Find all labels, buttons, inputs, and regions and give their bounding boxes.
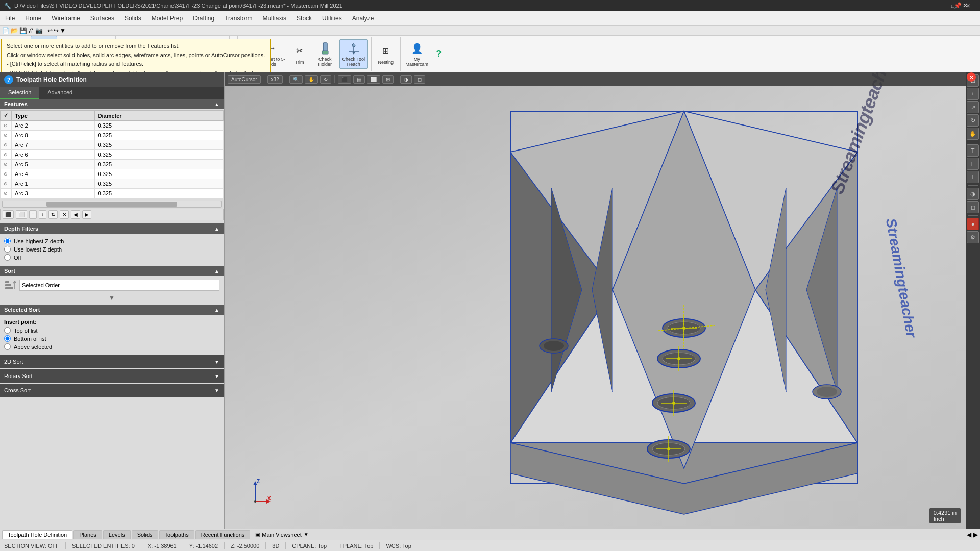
tab-levels[interactable]: Levels: [103, 530, 131, 539]
table-row[interactable]: ⊙ Arc 8 0.325: [1, 131, 224, 140]
rt-view-iso[interactable]: I: [967, 171, 979, 183]
toolbar-camera[interactable]: 📷: [35, 27, 43, 34]
table-row[interactable]: ⊙ Arc 4 0.325: [1, 169, 224, 179]
table-row[interactable]: ⊙ Arc 1 0.325: [1, 179, 224, 189]
row-type: Arc 7: [12, 140, 95, 150]
vp-btn-2[interactable]: ▤: [353, 75, 365, 84]
table-row[interactable]: ⊙ Arc 2 0.325: [1, 121, 224, 131]
menu-transform[interactable]: Transform: [219, 11, 257, 25]
rt-wireframe[interactable]: ◻: [967, 201, 979, 213]
tab-selection[interactable]: Selection: [0, 87, 39, 99]
viewport[interactable]: AutoCursor x32 🔍 ✋ ↻ ⬛ ▤ ⬜ ⊞ ◑ ◻: [225, 72, 966, 529]
rt-rotate[interactable]: ↻: [967, 114, 979, 127]
sort-2d-section[interactable]: 2D Sort ▼: [0, 355, 224, 368]
toolbar-print[interactable]: 🖨: [28, 27, 34, 34]
toolbar-undo[interactable]: ↩: [47, 27, 53, 34]
scene-svg: Streamingteacher: [225, 86, 966, 529]
move-down-button[interactable]: ↓: [39, 210, 46, 219]
rt-pan[interactable]: ✋: [967, 128, 979, 140]
nesting-button[interactable]: ⊞ Nesting: [374, 39, 398, 69]
viewsheet-dropdown[interactable]: ▼: [304, 532, 309, 537]
row-icon: ⊙: [1, 169, 12, 179]
select-all-button[interactable]: ⬛: [3, 210, 14, 219]
menu-surfaces[interactable]: Surfaces: [85, 11, 119, 25]
menu-file[interactable]: File: [0, 11, 20, 25]
rt-zoom-in[interactable]: +: [967, 88, 979, 100]
vp-btn-shading[interactable]: ◑: [400, 75, 412, 84]
tab-toolpaths[interactable]: Toolpaths: [159, 530, 194, 539]
vp-btn-zoom[interactable]: 🔍: [289, 75, 303, 84]
tab-recent-functions[interactable]: Recent Functions: [195, 530, 251, 539]
sort-cross-section[interactable]: Cross Sort ▼: [0, 384, 224, 397]
radio-bottom-list[interactable]: Bottom of list: [4, 335, 219, 342]
tab-advanced[interactable]: Advanced: [39, 87, 81, 99]
sort-button[interactable]: ⇅: [48, 210, 58, 219]
radio-off[interactable]: Off: [4, 254, 219, 261]
main-viewsheet-tab[interactable]: Main Viewsheet: [262, 532, 301, 538]
sort-section-header[interactable]: Sort ▲: [0, 266, 224, 276]
tab-solids[interactable]: Solids: [132, 530, 158, 539]
vp-btn-4[interactable]: ⊞: [382, 75, 394, 84]
delete-button[interactable]: ✕: [60, 210, 69, 219]
toolbar-save[interactable]: 💾: [19, 27, 27, 34]
vp-btn-rotate[interactable]: ↻: [320, 75, 331, 84]
menu-drafting[interactable]: Drafting: [188, 11, 219, 25]
rt-view-top[interactable]: T: [967, 144, 979, 157]
help-panel-button[interactable]: ?: [4, 75, 13, 84]
toolbar-quickaccess[interactable]: 📄: [2, 27, 10, 34]
menu-analyze[interactable]: Analyze: [347, 11, 379, 25]
rt-view-front[interactable]: F: [967, 158, 979, 170]
table-row[interactable]: ⊙ Arc 3 0.325: [1, 189, 224, 198]
checkholder-button[interactable]: Check Holder: [312, 39, 338, 69]
sort-rotary-section[interactable]: Rotary Sort ▼: [0, 369, 224, 383]
sort-expand-arrow[interactable]: ▼: [109, 294, 115, 302]
tab-planes[interactable]: Planes: [74, 530, 102, 539]
table-toolbar: ⬛ ⬜ ↑ ↓ ⇅ ✕ ◀ ▶: [0, 209, 224, 220]
radio-lowest-z[interactable]: Use lowest Z depth: [4, 246, 219, 253]
scroll-left-btn[interactable]: ◀: [967, 531, 971, 538]
vp-btn-x32[interactable]: x32: [267, 75, 283, 84]
depth-filters-section-header[interactable]: Depth Filters ▲: [0, 223, 224, 234]
vp-btn-3[interactable]: ⬜: [367, 75, 380, 84]
next-button[interactable]: ▶: [82, 210, 91, 219]
toolbar-more[interactable]: ▼: [60, 27, 66, 34]
vp-btn-autocursor[interactable]: AutoCursor: [228, 75, 261, 84]
tab-toolpath-hole-def[interactable]: Toolpath Hole Definition: [2, 530, 72, 539]
selected-sort-section-header[interactable]: Selected Sort ▲: [0, 305, 224, 315]
toolbar-redo[interactable]: ↪: [54, 27, 59, 34]
toolbar-open[interactable]: 📂: [11, 27, 18, 34]
table-hscrollbar[interactable]: [2, 201, 222, 208]
menu-multiaxis[interactable]: Multiaxis: [257, 11, 291, 25]
rt-select-arrow[interactable]: ↗: [967, 101, 979, 113]
trim-button[interactable]: ✂ Trim: [288, 39, 311, 69]
minimize-button[interactable]: −: [930, 0, 945, 11]
table-row[interactable]: ⊙ Arc 7 0.325: [1, 140, 224, 150]
table-row[interactable]: ⊙ Arc 6 0.325: [1, 150, 224, 160]
menu-home[interactable]: Home: [20, 11, 46, 25]
rt-shading[interactable]: ◑: [967, 188, 979, 200]
rt-settings[interactable]: ⚙: [967, 231, 979, 243]
checktoolreach-button[interactable]: Check Tool Reach: [339, 39, 368, 69]
mymastercam-button[interactable]: 👤 My Mastercam: [405, 39, 429, 69]
features-section-header[interactable]: Features ▲: [0, 99, 224, 109]
prev-button[interactable]: ◀: [71, 210, 80, 219]
vp-btn-wireframe[interactable]: ◻: [414, 75, 425, 84]
deselect-button[interactable]: ⬜: [16, 210, 27, 219]
menu-wireframe[interactable]: Wireframe: [46, 11, 85, 25]
menu-utilities[interactable]: Utilities: [317, 11, 347, 25]
sort-select[interactable]: Selected Order 2D Sort Rotary Sort: [19, 280, 219, 291]
radio-highest-z[interactable]: Use highest Z depth: [4, 238, 219, 244]
radio-above-selected[interactable]: Above selected: [4, 343, 219, 350]
help-button[interactable]: ?: [431, 39, 447, 69]
move-up-button[interactable]: ↑: [29, 210, 37, 219]
vp-btn-1[interactable]: ⬛: [338, 75, 351, 84]
menu-modelprep[interactable]: Model Prep: [146, 11, 188, 25]
hscroll-thumb[interactable]: [46, 202, 178, 207]
rt-red-indicator[interactable]: ●: [967, 218, 979, 230]
scroll-right-btn[interactable]: ▶: [973, 531, 978, 538]
menu-solids[interactable]: Solids: [119, 11, 146, 25]
menu-stock[interactable]: Stock: [291, 11, 317, 25]
table-row[interactable]: ⊙ Arc 5 0.325: [1, 160, 224, 169]
vp-btn-pan[interactable]: ✋: [305, 75, 318, 84]
radio-top-list[interactable]: Top of list: [4, 327, 219, 334]
